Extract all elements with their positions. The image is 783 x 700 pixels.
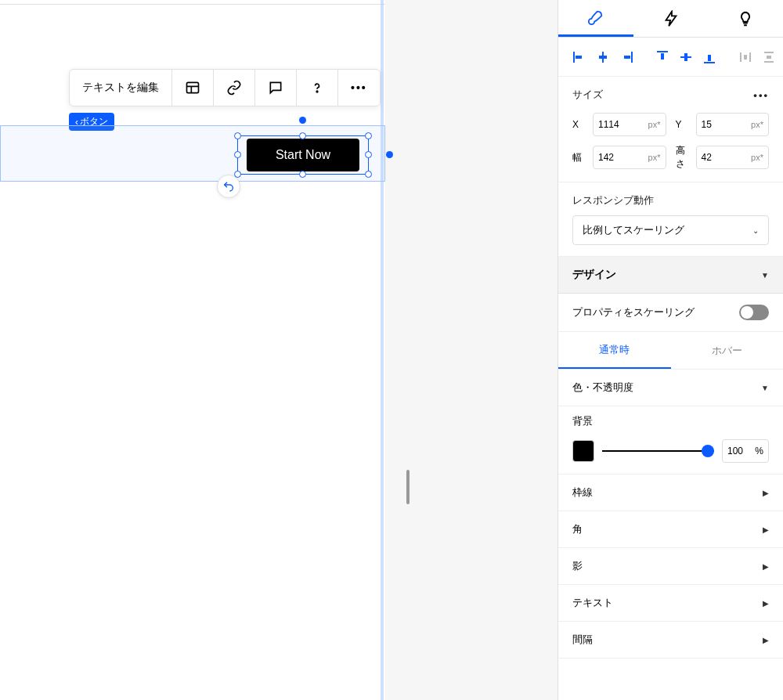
- border-row[interactable]: 枠線 ▶: [558, 474, 783, 511]
- comment-button[interactable]: [255, 70, 297, 106]
- distribute-h-icon[interactable]: [738, 50, 752, 64]
- tab-interactions[interactable]: [633, 0, 709, 37]
- height-label: 高さ: [676, 144, 687, 171]
- scale-props-toggle[interactable]: [739, 305, 769, 320]
- more-icon: •••: [351, 81, 367, 94]
- svg-rect-5: [661, 53, 664, 60]
- comment-icon: [268, 80, 283, 96]
- opacity-input[interactable]: 100%: [722, 439, 769, 463]
- corner-row[interactable]: 角 ▶: [558, 511, 783, 548]
- corner-label: 角: [572, 522, 583, 536]
- width-label: 幅: [572, 151, 583, 164]
- border-label: 枠線: [572, 485, 593, 500]
- caret-right-icon: ▶: [763, 599, 769, 608]
- responsive-dropdown[interactable]: 比例してスケーリング ⌄: [572, 215, 769, 245]
- responsive-section: レスポンシブ動作 比例してスケーリング ⌄: [558, 182, 783, 257]
- handle-top-anchor[interactable]: [299, 117, 306, 124]
- handle-s[interactable]: [299, 171, 306, 178]
- canvas-area[interactable]: テキストを編集 ••• ‹ ボタン Start Now: [0, 0, 557, 700]
- caret-down-icon: ▼: [761, 384, 769, 392]
- svg-rect-3: [599, 56, 607, 59]
- background-label: 背景: [558, 406, 783, 428]
- lightbulb-icon: [737, 10, 754, 27]
- align-center-v-icon[interactable]: [679, 50, 693, 64]
- canvas-gutter: [385, 0, 557, 700]
- align-right-icon[interactable]: [619, 50, 633, 64]
- shadow-label: 影: [572, 559, 583, 573]
- svg-rect-9: [767, 56, 771, 59]
- spacing-row[interactable]: 間隔 ▶: [558, 622, 783, 659]
- handle-e[interactable]: [365, 151, 372, 158]
- background-row: 100%: [558, 428, 783, 474]
- floating-toolbar: テキストを編集 •••: [69, 69, 381, 106]
- svg-point-1: [316, 91, 318, 92]
- help-icon: [309, 80, 325, 96]
- tab-ideas[interactable]: [708, 0, 783, 37]
- scale-props-row: プロパティをスケーリング: [558, 294, 783, 332]
- scale-props-label: プロパティをスケーリング: [572, 305, 695, 319]
- caret-right-icon: ▶: [763, 489, 769, 497]
- y-label: Y: [676, 119, 687, 130]
- edit-text-button[interactable]: テキストを編集: [70, 70, 172, 106]
- size-title: サイズ: [572, 88, 603, 102]
- handle-se[interactable]: [365, 171, 372, 178]
- lightning-icon: [662, 10, 680, 27]
- chevron-down-icon: ⌄: [752, 226, 759, 235]
- svg-rect-4: [624, 56, 630, 59]
- more-button[interactable]: •••: [338, 70, 380, 106]
- align-left-icon[interactable]: [572, 50, 586, 64]
- align-center-h-icon[interactable]: [596, 50, 610, 64]
- distribute-v-icon[interactable]: [762, 50, 776, 64]
- shadow-row[interactable]: 影 ▶: [558, 548, 783, 585]
- design-title: デザイン: [572, 268, 616, 282]
- x-input[interactable]: 1114px*: [593, 113, 666, 136]
- undo-icon: [222, 180, 235, 193]
- svg-rect-2: [576, 56, 582, 59]
- align-top-icon[interactable]: [655, 50, 669, 64]
- state-tab-hover[interactable]: ホバー: [671, 332, 784, 369]
- handle-right-anchor[interactable]: [386, 151, 393, 158]
- svg-rect-0: [187, 82, 199, 92]
- caret-down-icon: ▼: [761, 271, 769, 280]
- selection-frame[interactable]: [237, 135, 369, 175]
- canvas-top-ruler: [0, 0, 385, 5]
- background-swatch[interactable]: [572, 440, 594, 462]
- handle-n[interactable]: [299, 132, 306, 139]
- width-input[interactable]: 142px*: [593, 146, 666, 169]
- height-input[interactable]: 42px*: [696, 146, 770, 169]
- panel-tabs: [558, 0, 783, 38]
- design-header[interactable]: デザイン ▼: [558, 257, 783, 294]
- layout-icon: [185, 80, 200, 96]
- text-row[interactable]: テキスト ▶: [558, 585, 783, 622]
- layout-button[interactable]: [172, 70, 214, 106]
- x-label: X: [572, 119, 583, 130]
- help-button[interactable]: [297, 70, 338, 106]
- align-bottom-icon[interactable]: [702, 50, 716, 64]
- size-section: サイズ ••• X 1114px* Y 15px* 幅 142px* 高さ 42…: [558, 77, 783, 182]
- tab-design[interactable]: [558, 0, 633, 37]
- spacing-label: 間隔: [572, 633, 593, 647]
- link-icon: [226, 80, 242, 96]
- handle-nw[interactable]: [234, 132, 241, 139]
- svg-rect-6: [684, 53, 687, 61]
- state-tabs: 通常時 ホバー: [558, 332, 783, 370]
- color-opacity-row[interactable]: 色・不透明度 ▼: [558, 370, 783, 406]
- text-label: テキスト: [572, 596, 613, 610]
- state-tab-normal[interactable]: 通常時: [558, 332, 671, 369]
- undo-button[interactable]: [217, 175, 240, 198]
- y-input[interactable]: 15px*: [696, 113, 770, 136]
- scrollbar-thumb[interactable]: [406, 470, 410, 504]
- brush-icon: [587, 9, 604, 26]
- color-opacity-label: 色・不透明度: [572, 381, 633, 395]
- responsive-title: レスポンシブ動作: [572, 193, 654, 207]
- caret-right-icon: ▶: [763, 636, 769, 644]
- canvas-guide-vertical: [381, 0, 384, 700]
- link-button[interactable]: [214, 70, 255, 106]
- size-more-icon[interactable]: •••: [753, 89, 769, 101]
- svg-rect-8: [744, 55, 747, 60]
- caret-right-icon: ▶: [763, 525, 769, 534]
- svg-rect-7: [708, 55, 711, 61]
- handle-w[interactable]: [234, 151, 241, 158]
- handle-ne[interactable]: [365, 132, 372, 139]
- opacity-slider[interactable]: [602, 450, 714, 452]
